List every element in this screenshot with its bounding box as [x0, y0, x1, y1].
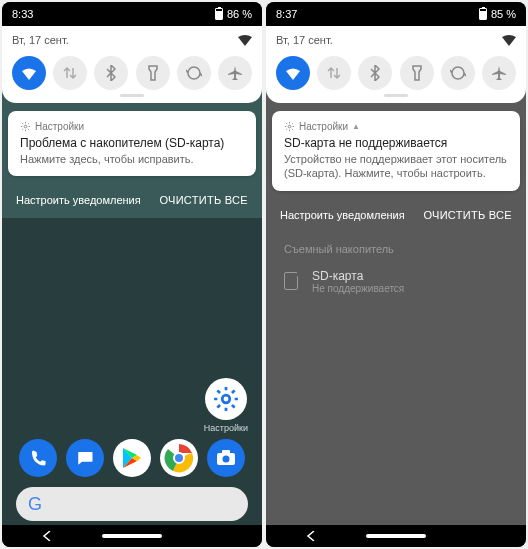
status-bar: 8:33 86 %	[2, 2, 262, 26]
section-removable-storage: Съемный накопитель	[266, 233, 526, 257]
manage-notifications[interactable]: Настроить уведомления	[280, 209, 405, 221]
quick-settings-row	[276, 56, 516, 90]
nav-home-pill[interactable]	[102, 534, 162, 538]
qs-mobile-data[interactable]	[317, 56, 351, 90]
sd-card-icon	[284, 272, 298, 290]
google-logo: G	[28, 494, 42, 515]
notification-card[interactable]: Настройки ▲ SD-карта не поддерживается У…	[272, 111, 520, 191]
notif-body: Нажмите здесь, чтобы исправить.	[20, 152, 244, 166]
notif-app-name: Настройки	[35, 121, 84, 132]
nav-back[interactable]	[42, 531, 52, 541]
shade-footer: Настроить уведомления ОЧИСТИТЬ ВСЕ	[2, 182, 262, 218]
shade-date: Вт, 17 сент.	[12, 34, 69, 46]
shade-handle[interactable]	[120, 94, 144, 97]
notif-title: Проблема с накопителем (SD-карта)	[20, 136, 244, 150]
nav-bar	[266, 525, 526, 547]
battery-icon	[479, 8, 487, 20]
status-bar: 8:37 85 %	[266, 2, 526, 26]
qs-bluetooth[interactable]	[358, 56, 392, 90]
qs-airplane[interactable]	[482, 56, 516, 90]
shade-date: Вт, 17 сент.	[276, 34, 333, 46]
chevron-up-icon[interactable]: ▲	[352, 122, 360, 131]
svg-point-1	[222, 396, 230, 404]
svg-point-6	[223, 456, 230, 463]
qs-airplane[interactable]	[218, 56, 252, 90]
nav-home-pill[interactable]	[366, 534, 426, 538]
sd-row-subtitle: Не поддерживается	[312, 283, 404, 294]
svg-point-8	[288, 125, 291, 128]
shade-footer: Настроить уведомления ОЧИСТИТЬ ВСЕ	[266, 197, 526, 233]
settings-app-icon[interactable]: Настройки	[204, 378, 248, 433]
gear-icon	[20, 121, 31, 132]
battery-pct: 85 %	[491, 8, 516, 20]
qs-flashlight[interactable]	[136, 56, 170, 90]
manage-notifications[interactable]: Настроить уведомления	[16, 194, 141, 206]
qs-flashlight[interactable]	[400, 56, 434, 90]
clock: 8:33	[12, 8, 33, 20]
qs-bluetooth[interactable]	[94, 56, 128, 90]
wifi-signal-icon	[502, 35, 516, 46]
phone-left: 8:33 86 % Вт, 17 сент. Настройки Проблем…	[2, 2, 262, 547]
play-store-icon[interactable]	[113, 439, 151, 477]
qs-auto-rotate[interactable]	[441, 56, 475, 90]
quick-settings-row	[12, 56, 252, 90]
shade-handle[interactable]	[384, 94, 408, 97]
notification-shade: Вт, 17 сент.	[2, 26, 262, 103]
sd-card-row[interactable]: SD-карта Не поддерживается	[266, 257, 526, 306]
gear-icon	[284, 121, 295, 132]
svg-point-4	[174, 453, 184, 463]
clock: 8:37	[276, 8, 297, 20]
qs-auto-rotate[interactable]	[177, 56, 211, 90]
notification-card[interactable]: Настройки Проблема с накопителем (SD-кар…	[8, 111, 256, 176]
storage-settings-content: Съемный накопитель SD-карта Не поддержив…	[266, 233, 526, 547]
svg-rect-7	[222, 450, 230, 454]
dock	[2, 439, 262, 477]
qs-mobile-data[interactable]	[53, 56, 87, 90]
notif-app-name: Настройки	[299, 121, 348, 132]
svg-point-0	[24, 125, 27, 128]
notification-shade: Вт, 17 сент.	[266, 26, 526, 103]
qs-wifi[interactable]	[276, 56, 310, 90]
wifi-signal-icon	[238, 35, 252, 46]
messages-app-icon[interactable]	[66, 439, 104, 477]
phone-app-icon[interactable]	[19, 439, 57, 477]
phone-right: 8:37 85 % Вт, 17 сент. Настройки ▲ S	[266, 2, 526, 547]
qs-wifi[interactable]	[12, 56, 46, 90]
nav-back[interactable]	[306, 531, 316, 541]
settings-label: Настройки	[204, 423, 248, 433]
google-search-bar[interactable]: G	[16, 487, 248, 521]
notif-title: SD-карта не поддерживается	[284, 136, 508, 150]
chrome-app-icon[interactable]	[160, 439, 198, 477]
battery-icon	[215, 8, 223, 20]
sd-row-title: SD-карта	[312, 269, 404, 283]
nav-bar	[2, 525, 262, 547]
notif-body: Устройство не поддерживает этот носитель…	[284, 152, 508, 181]
camera-app-icon[interactable]	[207, 439, 245, 477]
clear-all[interactable]: ОЧИСТИТЬ ВСЕ	[423, 209, 512, 221]
clear-all[interactable]: ОЧИСТИТЬ ВСЕ	[159, 194, 248, 206]
home-content: Настройки G	[2, 218, 262, 547]
battery-pct: 86 %	[227, 8, 252, 20]
